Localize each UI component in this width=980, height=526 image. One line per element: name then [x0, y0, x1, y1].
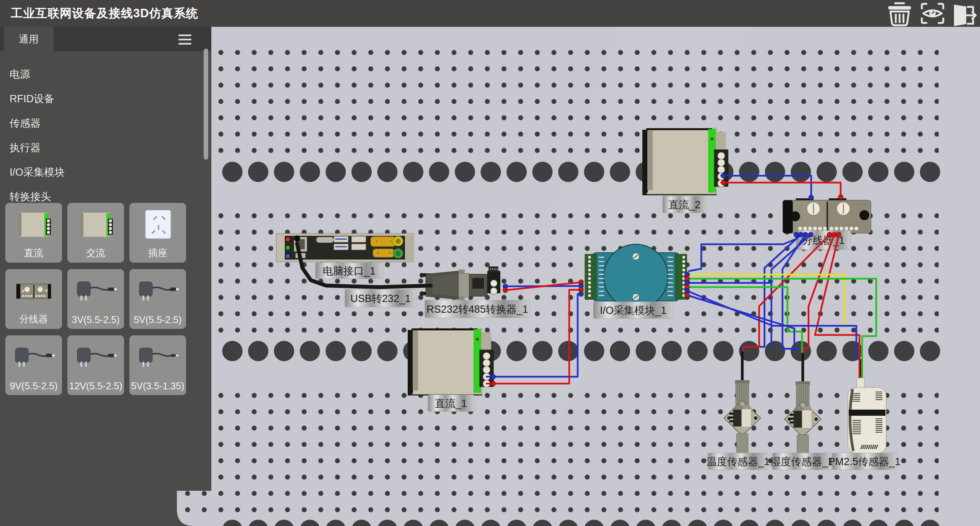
card-splitter[interactable]: 分线器 [5, 269, 62, 329]
tab-general[interactable]: 通用 [4, 27, 54, 51]
sidebar-item-power[interactable]: 电源 [0, 62, 211, 87]
card-label: 交流 [86, 247, 105, 259]
wire-bead[interactable] [721, 173, 726, 178]
sidebar-item-rfid[interactable]: RFID设备 [0, 87, 211, 111]
sidebar-tabstrip: 通用 [0, 27, 211, 51]
adapter-thumb-icon [135, 335, 181, 381]
device-label-text: PM2.5传感器_1 [828, 456, 900, 467]
title-bar: 工业互联网设备及接线3D仿真系统 [0, 0, 980, 27]
wire-bead[interactable] [503, 288, 508, 293]
card-label: 5V(3.5-1.35) [131, 381, 185, 392]
wire-bead[interactable] [832, 232, 837, 237]
sidebar-item-io-module[interactable]: I/O采集模块 [0, 160, 211, 185]
wire-bead[interactable] [491, 381, 496, 386]
view-icon[interactable] [922, 4, 943, 23]
wire-bead[interactable] [721, 180, 726, 185]
device-label-text: RS232转485转换器_1 [426, 304, 528, 315]
device-label: 直流_2 [663, 196, 706, 213]
app-title: 工业互联网设备及接线3D仿真系统 [11, 0, 198, 27]
card-label: 3V(5.5-2.5) [72, 314, 119, 325]
socket-thumb-icon [139, 203, 177, 247]
adapter-thumb-icon [11, 335, 57, 381]
card-adapter-5v[interactable]: 5V(5.5-2.5) [129, 269, 186, 329]
sidebar-item-sensor[interactable]: 传感器 [0, 111, 211, 136]
wire-bead[interactable] [579, 292, 584, 297]
device-label-text: 直流_1 [435, 398, 467, 409]
device-label: 湿度传感器_1 [770, 453, 833, 470]
adapter-thumb-icon [135, 269, 181, 314]
wire-bead[interactable] [491, 374, 496, 379]
device-I/O采集模块_1[interactable] [585, 244, 687, 309]
component-palette: 直流 交流 插座 分线 [5, 203, 186, 395]
ac-power-thumb-icon [77, 203, 115, 247]
splitter-thumb-icon [13, 269, 55, 313]
card-label: 直流 [24, 247, 43, 259]
device-label: I/O采集模块_1 [593, 302, 673, 319]
wire-bead[interactable] [794, 232, 799, 237]
card-label: 9V(5.5-2.5) [10, 381, 57, 392]
component-sidebar: 通用 电源 RFID设备 传感器 执行器 I/O采集模块 转换接头 直流 [0, 27, 211, 491]
device-分线器_1[interactable] [783, 198, 871, 233]
device-label-text: USB转232_1 [350, 293, 411, 304]
toolbar [879, 0, 978, 27]
device-label: RS232转485转换器_1 [425, 300, 530, 318]
card-adapter-12v[interactable]: 12V(5.5-2.5) [67, 335, 124, 395]
wire-bead[interactable] [808, 232, 813, 237]
card-label: 12V(5.5-2.5) [69, 381, 122, 392]
wire-bead[interactable] [838, 195, 843, 200]
device-label: USB转232_1 [345, 289, 416, 307]
category-menu: 电源 RFID设备 传感器 执行器 I/O采集模块 转换接头 [0, 51, 211, 209]
wire-bead[interactable] [827, 232, 832, 237]
delete-icon[interactable] [888, 2, 911, 25]
wire-bead[interactable] [836, 232, 841, 237]
card-label: 分线器 [20, 313, 48, 325]
menu-scrollbar[interactable] [204, 49, 208, 160]
card-label: 5V(5.5-2.5) [134, 314, 181, 325]
dc-power-thumb-icon [15, 203, 53, 247]
card-dc[interactable]: 直流 [5, 203, 62, 263]
wire-bead[interactable] [809, 195, 814, 200]
card-socket[interactable]: 插座 [129, 203, 186, 263]
device-label-text: I/O采集模块_1 [600, 305, 666, 316]
card-adapter-3v[interactable]: 3V(5.5-2.5) [67, 269, 124, 329]
exit-icon[interactable] [954, 5, 976, 26]
device-直流_2[interactable] [642, 128, 728, 195]
card-ac[interactable]: 交流 [67, 203, 124, 263]
adapter-thumb-icon [73, 269, 119, 314]
device-label: 电脑接口_1 [315, 263, 383, 279]
device-label: PM2.5传感器_1 [828, 453, 900, 470]
sidebar-item-actuator[interactable]: 执行器 [0, 136, 211, 160]
wire-bead[interactable] [803, 232, 808, 237]
device-label-text: 湿度传感器_1 [770, 456, 833, 467]
device-直流_1[interactable] [408, 328, 493, 395]
device-label: 直流_1 [428, 395, 474, 412]
wire-bead[interactable] [685, 293, 690, 298]
card-adapter-9v[interactable]: 9V(5.5-2.5) [5, 335, 62, 395]
wire-bead[interactable] [799, 232, 804, 237]
device-label-text: 电脑接口_1 [323, 265, 376, 277]
adapter-thumb-icon [73, 335, 119, 381]
device-label: 温度传感器_1 [706, 453, 769, 470]
menu-icon[interactable] [178, 34, 192, 45]
card-adapter-5v-slim[interactable]: 5V(3.5-1.35) [129, 335, 186, 395]
card-label: 插座 [148, 247, 167, 259]
device-label-text: 直流_2 [668, 199, 701, 211]
device-label-text: 温度传感器_1 [706, 456, 769, 467]
